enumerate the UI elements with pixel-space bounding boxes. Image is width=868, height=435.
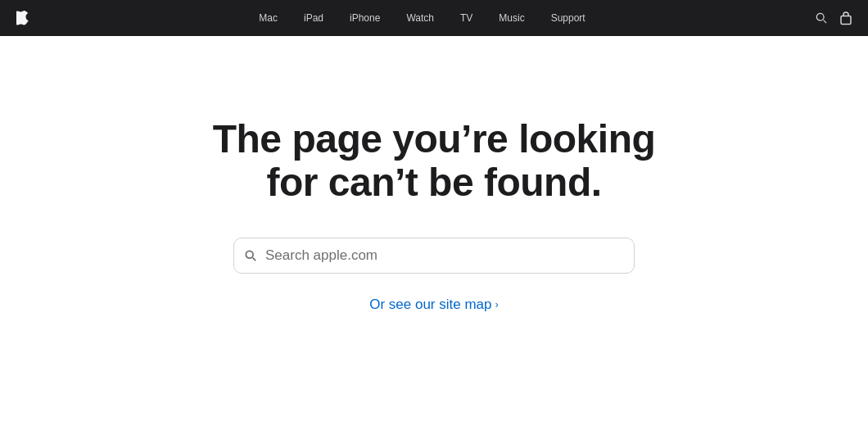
- svg-line-4: [253, 257, 256, 261]
- svg-point-0: [816, 13, 824, 20]
- main-content: The page you’re looking for can’t be fou…: [0, 36, 868, 313]
- nav-link-watch[interactable]: Watch: [393, 12, 447, 24]
- search-icon: [245, 250, 256, 261]
- svg-point-3: [246, 251, 253, 258]
- svg-line-1: [824, 20, 827, 24]
- main-nav: Mac iPad iPhone Watch TV Music Support: [0, 0, 868, 36]
- error-heading: The page you’re looking for can’t be fou…: [213, 118, 656, 205]
- nav-link-music[interactable]: Music: [486, 12, 537, 24]
- sitemap-link[interactable]: Or see our site map ›: [369, 297, 499, 313]
- apple-logo-button[interactable]: [16, 11, 29, 25]
- nav-icons: [816, 11, 852, 25]
- nav-link-ipad[interactable]: iPad: [291, 12, 337, 24]
- nav-link-support[interactable]: Support: [538, 12, 599, 24]
- search-container: [233, 238, 635, 274]
- nav-links: Mac iPad iPhone Watch TV Music Support: [29, 12, 816, 24]
- nav-link-iphone[interactable]: iPhone: [337, 12, 393, 24]
- chevron-right-icon: ›: [495, 298, 498, 310]
- nav-bag-button[interactable]: [840, 11, 852, 25]
- search-input[interactable]: [233, 238, 635, 274]
- nav-link-mac[interactable]: Mac: [246, 12, 291, 24]
- svg-rect-2: [841, 16, 851, 24]
- nav-link-tv[interactable]: TV: [447, 12, 486, 24]
- nav-search-button[interactable]: [816, 12, 827, 24]
